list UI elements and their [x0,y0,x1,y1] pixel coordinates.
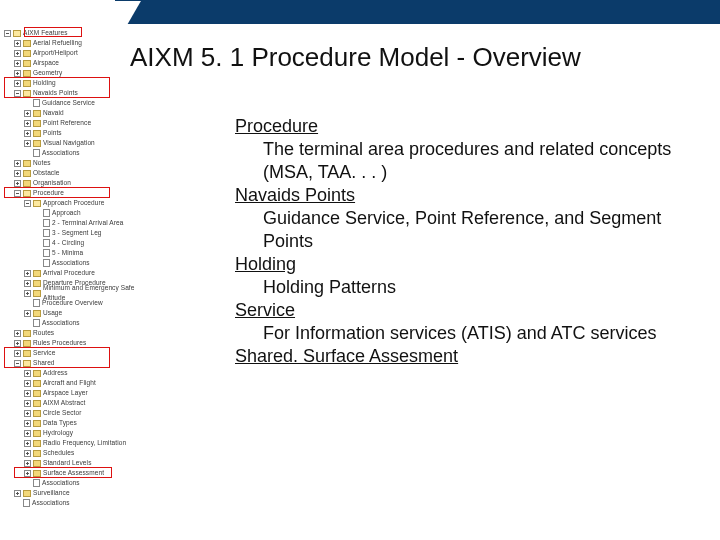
tree-node[interactable]: Notes [4,158,144,168]
expand-icon[interactable] [14,70,21,77]
expand-icon[interactable] [24,130,31,137]
expand-icon[interactable] [24,440,31,447]
expand-icon[interactable] [14,490,21,497]
tree-node[interactable]: Geometry [4,68,144,78]
expand-icon[interactable] [24,470,31,477]
tree-node[interactable]: Navaid [4,108,144,118]
tree-node[interactable]: 2 - Terminal Arrival Area [4,218,144,228]
tree-node[interactable]: Surface Assessment [4,468,144,478]
expand-icon[interactable] [24,140,31,147]
tree-node-label: Associations [42,148,80,158]
expand-icon[interactable] [24,310,31,317]
expand-icon[interactable] [14,330,21,337]
folder-icon [33,460,41,467]
tree-node[interactable]: Data Types [4,418,144,428]
expand-icon[interactable] [14,60,21,67]
header-notch [0,0,115,24]
tree-node[interactable]: Organisation [4,178,144,188]
tree-node-label: Holding [33,78,56,88]
collapse-icon[interactable] [14,360,21,367]
tree-node[interactable]: Associations [4,258,144,268]
expand-icon[interactable] [24,450,31,457]
tree-node[interactable]: Holding [4,78,144,88]
expand-icon[interactable] [24,370,31,377]
folder-icon [33,400,41,407]
collapse-icon[interactable] [24,200,31,207]
tree-node[interactable]: Usage [4,308,144,318]
expand-icon[interactable] [24,270,31,277]
expand-icon[interactable] [14,50,21,57]
tree-node-label: AIXM Features [23,28,68,38]
expand-icon[interactable] [24,380,31,387]
expand-icon[interactable] [14,180,21,187]
tree-node[interactable]: Aerial Refuelling [4,38,144,48]
expand-icon[interactable] [24,410,31,417]
expand-icon[interactable] [14,170,21,177]
tree-node[interactable]: Procedure Overview [4,298,144,308]
tree-node[interactable]: Standard Levels [4,458,144,468]
tree-node[interactable]: Guidance Service [4,98,144,108]
expand-icon[interactable] [24,460,31,467]
collapse-icon[interactable] [14,90,21,97]
expand-icon[interactable] [24,420,31,427]
tree-node[interactable]: Associations [4,478,144,488]
expand-icon[interactable] [24,120,31,127]
tree-node[interactable]: Associations [4,498,144,508]
tree-node[interactable]: Obstacle [4,168,144,178]
tree-node[interactable]: Service [4,348,144,358]
expand-icon[interactable] [24,280,31,287]
tree-node[interactable]: Procedure [4,188,144,198]
tree-node[interactable]: Approach Procedure [4,198,144,208]
tree-node[interactable]: Hydrology [4,428,144,438]
expand-icon[interactable] [24,400,31,407]
tree-node-label: Standard Levels [43,458,91,468]
tree-node[interactable]: Associations [4,318,144,328]
expand-icon[interactable] [24,430,31,437]
collapse-icon[interactable] [14,190,21,197]
expand-icon[interactable] [14,40,21,47]
tree-node[interactable]: Shared [4,358,144,368]
tree-node[interactable]: Navaids Points [4,88,144,98]
tree-node[interactable]: Point Reference [4,118,144,128]
tree-node-label: Points [43,128,62,138]
expand-icon[interactable] [14,350,21,357]
expand-icon[interactable] [14,340,21,347]
folder-icon [33,270,41,277]
tree-node[interactable]: Routes [4,328,144,338]
tree-node[interactable]: Minimum and Emergency Safe Altitude [4,288,144,298]
tree-node[interactable]: Rules Procedures [4,338,144,348]
tree-node[interactable]: 4 - Circling [4,238,144,248]
expand-icon[interactable] [24,390,31,397]
tree-node-label: Navaids Points [33,88,78,98]
tree-node[interactable]: Address [4,368,144,378]
tree-node[interactable]: Circle Sector [4,408,144,418]
tree-node-label: Guidance Service [42,98,95,108]
tree-node[interactable]: Arrival Procedure [4,268,144,278]
tree-node[interactable]: Visual Navigation [4,138,144,148]
expand-icon[interactable] [24,290,31,297]
page-icon [43,259,50,267]
folder-icon [23,40,31,47]
tree-node[interactable]: 5 - Minima [4,248,144,258]
tree-node[interactable]: Surveillance [4,488,144,498]
expand-icon[interactable] [24,110,31,117]
tree-node-label: Point Reference [43,118,91,128]
expand-icon[interactable] [14,80,21,87]
tree-node[interactable]: AIXM Features [4,28,144,38]
tree-node[interactable]: Airspace Layer [4,388,144,398]
tree-node[interactable]: AIXM Abstract [4,398,144,408]
expand-icon[interactable] [14,160,21,167]
tree-node[interactable]: Radio Frequency, Limitation [4,438,144,448]
tree-node[interactable]: Aircraft and Flight [4,378,144,388]
tree-node[interactable]: Points [4,128,144,138]
tree-node[interactable]: Schedules [4,448,144,458]
folder-icon [23,490,31,497]
page-icon [33,479,40,487]
tree-node[interactable]: Approach [4,208,144,218]
tree-node[interactable]: Airport/Heliport [4,48,144,58]
tree-node[interactable]: Associations [4,148,144,158]
tree-node[interactable]: Airspace [4,58,144,68]
tree-node[interactable]: 3 - Segment Leg [4,228,144,238]
tree-node-label: Organisation [33,178,71,188]
collapse-icon[interactable] [4,30,11,37]
